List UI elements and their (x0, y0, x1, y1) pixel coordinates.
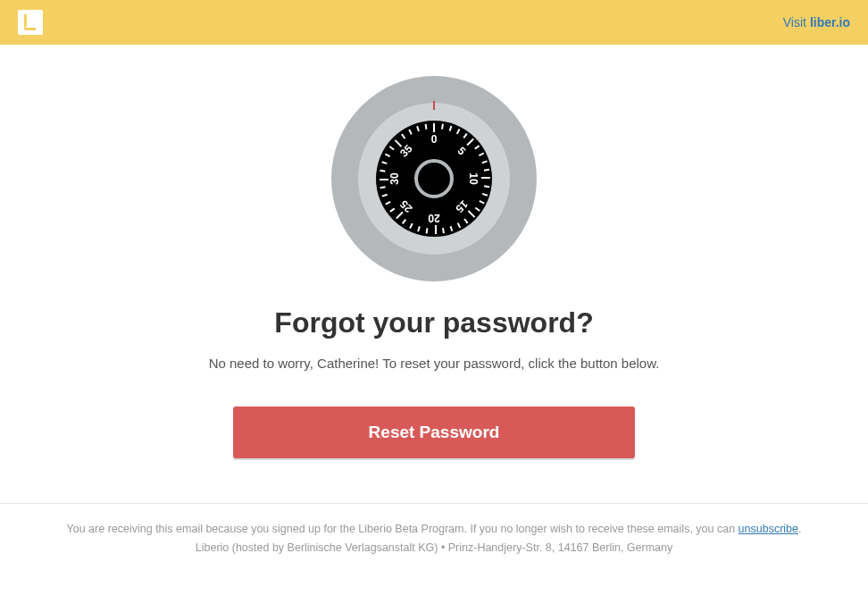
lock-dial-illustration: 05101520253035 (0, 76, 868, 281)
dial-number: 20 (428, 212, 439, 224)
visit-link-site: liber.io (810, 15, 850, 29)
dial-tick (386, 201, 391, 205)
footer-divider (0, 503, 868, 504)
dial-number: 5 (455, 145, 469, 158)
dial-tick (482, 160, 488, 163)
footer-line-2: Liberio (hosted by Berlinische Verlagsan… (36, 539, 832, 557)
dial-tick (433, 123, 435, 132)
dial-tick (418, 226, 421, 231)
dial-tick (441, 124, 443, 130)
dial-tick (410, 223, 413, 229)
dial-tick (396, 212, 403, 219)
dial-inner-circle: 05101520253035 (376, 121, 492, 237)
dial-tick (416, 126, 419, 131)
dial-tick (449, 126, 452, 131)
dial-outer-circle: 05101520253035 (331, 76, 537, 281)
dial-number: 15 (453, 197, 470, 214)
dial-tick (443, 228, 445, 233)
dial-tick (456, 129, 460, 134)
dial-mid-circle: 05101520253035 (358, 103, 510, 255)
dial-tick (380, 187, 386, 189)
footer-text-post: . (798, 523, 801, 535)
dial-tick (480, 200, 485, 204)
dial-tick (466, 138, 473, 146)
dial-number: 10 (467, 172, 480, 184)
dial-number: 30 (388, 172, 401, 184)
dial-center-ring (414, 159, 454, 198)
dial-tick (457, 222, 461, 228)
reset-password-button[interactable]: Reset Password (233, 406, 635, 458)
dial-tick (390, 208, 396, 213)
dial-tick (382, 194, 388, 197)
visit-link-prefix: Visit (783, 15, 810, 29)
dial-tick (482, 193, 488, 196)
unsubscribe-link[interactable]: unsubscribe (739, 523, 798, 535)
dial-tick (468, 210, 475, 217)
dial-tick (450, 226, 453, 231)
instruction-text: No need to worry, Catherine! To reset yo… (0, 356, 868, 371)
dial-tick (464, 218, 469, 223)
dial-tick (481, 177, 490, 179)
dial-tick (484, 185, 489, 187)
dial-indicator-mark (433, 101, 435, 110)
dial-tick (474, 145, 480, 149)
dial-tick (385, 154, 390, 157)
dial-tick (401, 134, 405, 139)
footer-line-1: You are receiving this email because you… (36, 520, 832, 539)
dial-tick (463, 133, 467, 138)
dial-tick (479, 153, 484, 156)
dial-tick (425, 124, 427, 130)
dial-tick (484, 169, 489, 171)
dial-tick (408, 130, 412, 135)
main-content: 05101520253035 Forgot your password? No … (0, 45, 868, 558)
dial-tick (381, 162, 387, 164)
dial-number: 0 (431, 133, 438, 146)
dial-tick (402, 219, 406, 224)
dial-tick (475, 207, 480, 212)
footer-text-pre: You are receiving this email because you… (67, 523, 739, 535)
dial-tick (380, 170, 385, 172)
dial-tick (426, 228, 428, 233)
logo-icon (18, 10, 43, 35)
visit-link[interactable]: Visit liber.io (783, 15, 850, 29)
page-heading: Forgot your password? (0, 306, 868, 339)
dial-tick (435, 225, 437, 234)
footer: You are receiving this email because you… (0, 520, 868, 558)
dial-tick (389, 147, 395, 151)
dial-tick (380, 179, 388, 180)
header-bar: Visit liber.io (0, 0, 868, 45)
